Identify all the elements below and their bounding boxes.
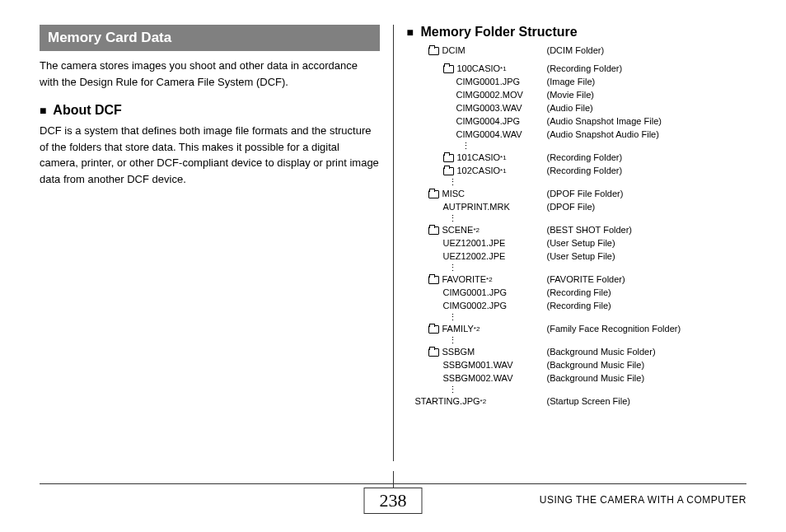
about-dcf-heading-text: About DCF bbox=[53, 103, 122, 117]
tree-item-description: (DCIM Folder) bbox=[547, 44, 747, 58]
tree-row: AUTPRINT.MRK(DPOF File) bbox=[415, 201, 747, 214]
tree-item-name: UEZ12001.JPE bbox=[443, 237, 506, 250]
tree-row: SCENE *2(BEST SHOT Folder) bbox=[415, 224, 747, 237]
folder-icon bbox=[428, 325, 439, 334]
footnote-marker: *1 bbox=[500, 153, 507, 163]
square-bullet-icon: ■ bbox=[40, 104, 46, 117]
square-bullet-icon: ■ bbox=[407, 26, 414, 39]
tree-item-description: (Background Music File) bbox=[547, 359, 747, 372]
file-label: UEZ12001.JPE bbox=[415, 237, 547, 250]
tree-item-description: (DPOF File) bbox=[547, 201, 747, 214]
footnote-marker: *2 bbox=[480, 397, 487, 407]
file-label: CIMG0001.JPG bbox=[415, 76, 547, 89]
about-dcf-body: DCF is a system that defines both image … bbox=[40, 123, 380, 187]
tree-item-description: (Background Music Folder) bbox=[547, 346, 747, 359]
file-label: CIMG0001.JPG bbox=[415, 287, 547, 300]
tree-item-description: (Audio File) bbox=[547, 102, 747, 115]
memory-folder-structure-heading: ■ Memory Folder Structure bbox=[407, 25, 747, 40]
file-label: UEZ12002.JPE bbox=[415, 250, 547, 264]
footnote-marker: *2 bbox=[474, 324, 480, 334]
file-label: CIMG0004.WAV bbox=[415, 128, 547, 142]
tree-item-name: SSBGM001.WAV bbox=[443, 359, 513, 372]
folder-icon bbox=[428, 190, 439, 198]
about-dcf-heading: ■ About DCF bbox=[40, 103, 380, 118]
footer-divider bbox=[393, 471, 394, 488]
footnote-marker: *1 bbox=[500, 64, 507, 74]
tree-row: SSBGM002.WAV(Background Music File) bbox=[415, 372, 747, 385]
file-label: CIMG0003.WAV bbox=[415, 102, 547, 115]
folder-icon bbox=[443, 167, 454, 175]
folder-icon bbox=[428, 276, 439, 284]
tree-item-name: FAMILY bbox=[442, 323, 474, 336]
memory-folder-structure-heading-text: Memory Folder Structure bbox=[420, 25, 577, 39]
folder-icon bbox=[428, 226, 439, 235]
folder-icon bbox=[428, 348, 439, 357]
tree-item-description: (Background Music File) bbox=[547, 372, 747, 385]
tree-item-description: (BEST SHOT Folder) bbox=[547, 224, 747, 237]
tree-row: 102CASIO *1(Recording Folder) bbox=[415, 165, 747, 178]
vertical-dots-icon: ⋮ bbox=[415, 385, 747, 395]
tree-item-name: CIMG0004.JPG bbox=[456, 115, 521, 128]
tree-item-name: CIMG0003.WAV bbox=[456, 102, 522, 115]
tree-item-name: CIMG0001.JPG bbox=[456, 76, 521, 89]
tree-item-description: (Recording Folder) bbox=[547, 152, 747, 165]
tree-item-name: SCENE bbox=[442, 224, 474, 237]
folder-label: FAVORITE *2 bbox=[415, 273, 547, 287]
folder-label: MISC bbox=[415, 188, 547, 201]
vertical-dots-icon: ⋮ bbox=[415, 142, 747, 152]
file-label: SSBGM002.WAV bbox=[415, 372, 547, 385]
tree-row: SSBGM(Background Music Folder) bbox=[415, 346, 747, 359]
left-column: Memory Card Data The camera stores image… bbox=[40, 25, 380, 461]
folder-icon bbox=[428, 47, 439, 55]
file-label: STARTING.JPG *2 bbox=[415, 395, 547, 408]
vertical-dots-icon: ⋮ bbox=[415, 336, 747, 346]
tree-row: CIMG0003.WAV(Audio File) bbox=[415, 102, 747, 115]
vertical-dots-icon: ⋮ bbox=[415, 214, 747, 224]
page-number: 238 bbox=[364, 488, 423, 514]
vertical-dots-icon: ⋮ bbox=[415, 178, 747, 188]
tree-item-description: (Movie File) bbox=[547, 89, 747, 102]
tree-row: CIMG0001.JPG(Recording File) bbox=[415, 287, 747, 300]
right-column: ■ Memory Folder Structure DCIM(DCIM Fold… bbox=[407, 25, 747, 461]
tree-item-name: FAVORITE bbox=[442, 273, 487, 287]
tree-row: FAMILY *2(Family Face Recognition Folder… bbox=[415, 323, 747, 336]
folder-label: DCIM bbox=[415, 44, 547, 58]
tree-row: SSBGM001.WAV(Background Music File) bbox=[415, 359, 747, 372]
footer-row: 238 USING THE CAMERA WITH A COMPUTER bbox=[40, 488, 746, 516]
tree-item-description: (FAVORITE Folder) bbox=[547, 273, 747, 287]
file-label: AUTPRINT.MRK bbox=[415, 201, 547, 214]
tree-row: 101CASIO *1(Recording Folder) bbox=[415, 152, 747, 165]
tree-row: UEZ12001.JPE(User Setup File) bbox=[415, 237, 747, 250]
two-column-layout: Memory Card Data The camera stores image… bbox=[40, 25, 746, 461]
folder-label: FAMILY *2 bbox=[415, 323, 547, 336]
file-label: SSBGM001.WAV bbox=[415, 359, 547, 372]
tree-item-name: 102CASIO bbox=[457, 165, 501, 178]
tree-item-name: CIMG0001.JPG bbox=[443, 287, 508, 300]
file-label: CIMG0002.JPG bbox=[415, 300, 547, 313]
tree-item-name: DCIM bbox=[442, 44, 466, 58]
tree-row: CIMG0001.JPG(Image File) bbox=[415, 76, 747, 89]
intro-paragraph: The camera stores images you shoot and o… bbox=[40, 58, 380, 90]
footnote-marker: *2 bbox=[473, 226, 480, 236]
tree-item-description: (Audio Snapshot Image File) bbox=[547, 115, 747, 128]
tree-item-name: STARTING.JPG bbox=[415, 395, 480, 408]
folder-label: 101CASIO *1 bbox=[415, 152, 547, 165]
tree-row: CIMG0002.JPG(Recording File) bbox=[415, 300, 747, 313]
tree-item-description: (Recording File) bbox=[547, 287, 747, 300]
tree-item-description: (User Setup File) bbox=[547, 250, 747, 264]
tree-row: 100CASIO *1(Recording Folder) bbox=[415, 63, 747, 76]
tree-item-name: MISC bbox=[442, 188, 466, 201]
footnote-marker: *2 bbox=[486, 275, 493, 285]
tree-row: UEZ12002.JPE(User Setup File) bbox=[415, 250, 747, 264]
page: Memory Card Data The camera stores image… bbox=[0, 0, 786, 532]
tree-row: MISC(DPOF File Folder) bbox=[415, 188, 747, 201]
file-label: CIMG0002.MOV bbox=[415, 89, 547, 102]
tree-item-name: SSBGM bbox=[442, 346, 475, 359]
tree-item-description: (Recording File) bbox=[547, 300, 747, 313]
column-divider bbox=[393, 25, 394, 461]
tree-item-name: 101CASIO bbox=[457, 152, 501, 165]
folder-tree: DCIM(DCIM Folder)100CASIO *1(Recording F… bbox=[415, 44, 747, 408]
file-label: CIMG0004.JPG bbox=[415, 115, 547, 128]
footnote-marker: *1 bbox=[500, 166, 507, 176]
folder-label: SCENE *2 bbox=[415, 224, 547, 237]
